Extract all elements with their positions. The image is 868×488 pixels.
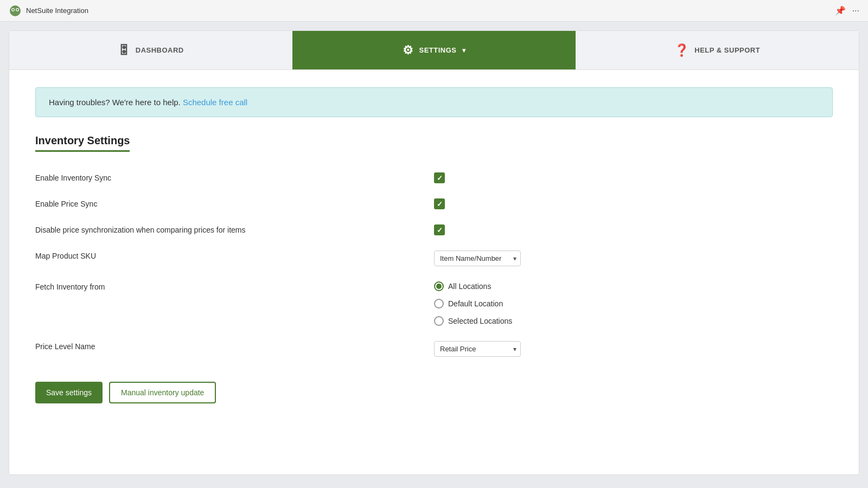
map-product-sku-wrapper: Item Name/Number SKU UPC — [434, 251, 521, 266]
schedule-call-link[interactable]: Schedule free call — [183, 98, 247, 107]
radio-all-locations[interactable]: All Locations — [434, 281, 512, 291]
banner-text: Having troubles? We're here to help. — [49, 98, 181, 107]
dashboard-icon: 🎛 — [118, 43, 130, 57]
svg-point-3 — [12, 9, 14, 10]
fetch-inventory-label: Fetch Inventory from — [35, 274, 434, 333]
price-level-select[interactable]: Retail Price Base Price Wholesale Price — [434, 341, 521, 357]
map-product-sku-label: Map Product SKU — [35, 243, 434, 274]
price-level-label: Price Level Name — [35, 333, 434, 364]
radio-default-location[interactable]: Default Location — [434, 299, 512, 309]
app-container: 🎛 DASHBOARD ⚙ SETTINGS ▾ ❓ HELP & SUPPOR… — [9, 30, 859, 475]
enable-price-sync-checkbox[interactable] — [434, 198, 445, 209]
tab-settings-label: SETTINGS — [419, 46, 456, 54]
pin-icon[interactable]: 📌 — [835, 5, 846, 16]
top-bar-actions: 📌 ··· — [835, 5, 859, 16]
section-title: Inventory Settings — [35, 134, 130, 152]
radio-all-locations-circle — [434, 281, 444, 291]
enable-price-sync-label: Enable Price Sync — [35, 191, 434, 217]
enable-inventory-sync-label: Enable Inventory Sync — [35, 165, 434, 191]
radio-selected-locations[interactable]: Selected Locations — [434, 316, 512, 326]
tab-dashboard-label: DASHBOARD — [136, 46, 184, 54]
more-icon[interactable]: ··· — [852, 6, 859, 16]
button-group: Save settings Manual inventory update — [35, 382, 833, 403]
radio-all-locations-label: All Locations — [448, 282, 491, 291]
tab-help-label: HELP & SUPPORT — [694, 46, 760, 54]
help-icon: ❓ — [674, 43, 690, 57]
tab-settings[interactable]: ⚙ SETTINGS ▾ — [292, 31, 576, 69]
radio-selected-locations-label: Selected Locations — [448, 317, 512, 325]
price-level-wrapper: Retail Price Base Price Wholesale Price — [434, 341, 521, 357]
save-settings-button[interactable]: Save settings — [35, 382, 103, 403]
svg-point-4 — [17, 9, 18, 10]
enable-inventory-sync-checkbox[interactable] — [434, 172, 445, 183]
settings-grid: Enable Inventory Sync Enable Price Sync … — [35, 165, 833, 364]
fetch-inventory-radio-group: All Locations Default Location Selected … — [434, 281, 512, 326]
manual-inventory-update-button[interactable]: Manual inventory update — [109, 382, 216, 403]
content-area: Having troubles? We're here to help. Sch… — [9, 70, 859, 421]
svg-point-0 — [10, 5, 21, 16]
disable-price-sync-label: Disable price synchronization when compa… — [35, 217, 434, 243]
map-product-sku-select[interactable]: Item Name/Number SKU UPC — [434, 251, 521, 266]
price-level-control: Retail Price Base Price Wholesale Price — [434, 333, 833, 364]
fetch-inventory-control: All Locations Default Location Selected … — [434, 274, 833, 333]
app-title: NetSuite Integration — [26, 7, 88, 15]
enable-inventory-sync-control — [434, 165, 833, 191]
radio-default-location-label: Default Location — [448, 299, 503, 308]
main-wrapper: 🎛 DASHBOARD ⚙ SETTINGS ▾ ❓ HELP & SUPPOR… — [0, 22, 868, 488]
disable-price-sync-checkbox[interactable] — [434, 224, 445, 235]
radio-selected-locations-circle — [434, 316, 444, 326]
enable-price-sync-control — [434, 191, 833, 217]
map-product-sku-control: Item Name/Number SKU UPC — [434, 243, 833, 274]
info-banner: Having troubles? We're here to help. Sch… — [35, 87, 833, 117]
disable-price-sync-control — [434, 217, 833, 243]
top-bar: NetSuite Integration 📌 ··· — [0, 0, 868, 22]
tab-help[interactable]: ❓ HELP & SUPPORT — [576, 31, 859, 69]
settings-dropdown-icon: ▾ — [462, 47, 466, 54]
nav-tabs: 🎛 DASHBOARD ⚙ SETTINGS ▾ ❓ HELP & SUPPOR… — [9, 31, 859, 70]
radio-default-location-circle — [434, 299, 444, 309]
app-logo — [9, 4, 22, 17]
settings-icon: ⚙ — [403, 43, 414, 57]
tab-dashboard[interactable]: 🎛 DASHBOARD — [9, 31, 292, 69]
